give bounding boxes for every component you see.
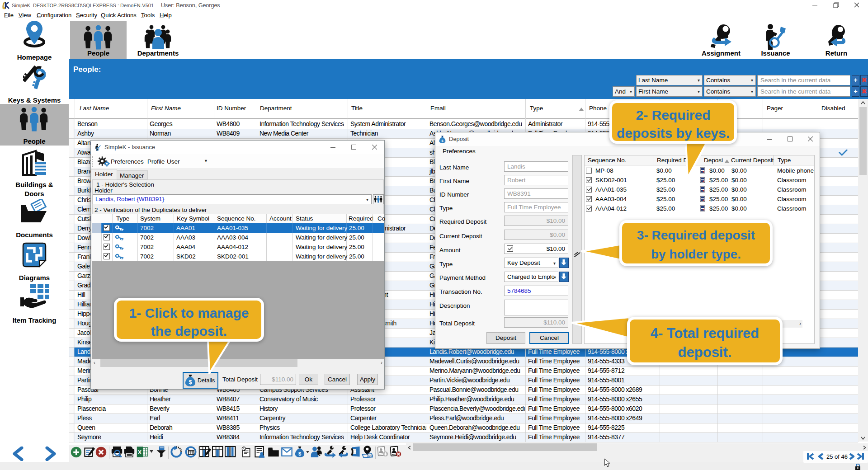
svg-text:X: X — [138, 449, 142, 456]
svg-text:AVD: AVD — [367, 455, 373, 458]
svg-text:$: $ — [189, 379, 192, 385]
svg-text:$: $ — [298, 451, 301, 456]
